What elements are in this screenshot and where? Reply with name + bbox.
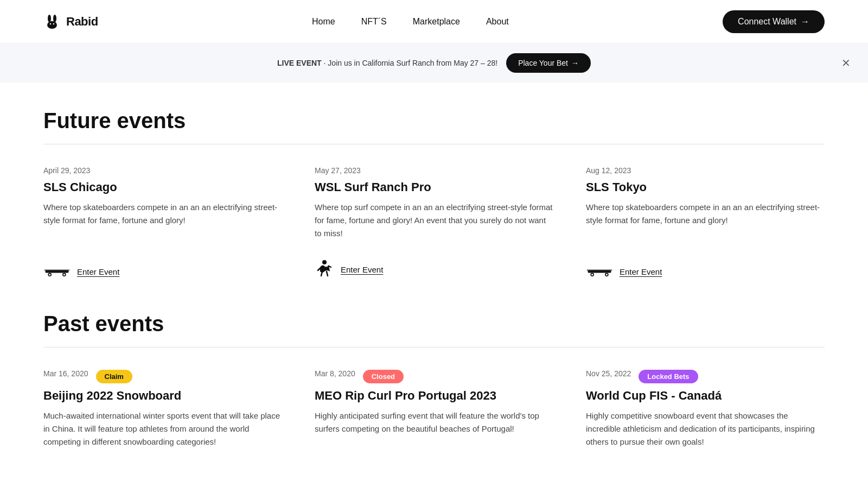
svg-point-1 [48,15,51,22]
future-event-card: April 29, 2023 SLS Chicago Where top ska… [43,166,282,279]
live-event-banner: LIVE EVENT · Join us in California Surf … [0,43,868,83]
connect-wallet-button[interactable]: Connect Wallet → [723,10,825,33]
event-desc: Where top surf compete in an an an elect… [315,201,553,240]
future-event-card: Aug 12, 2023 SLS Tokyo Where top skatebo… [586,166,825,279]
svg-point-12 [322,260,327,264]
enter-event-label: Enter Event [341,265,383,274]
future-events-divider [43,144,825,144]
event-desc: Highly competitive snowboard event that … [586,409,825,448]
status-badge: Claim [96,370,132,383]
past-event-card: Mar 8, 2020 Closed MEO Rip Curl Pro Port… [315,369,553,448]
event-header: Nov 25, 2022 Locked Bets [586,369,825,383]
nav-home[interactable]: Home [312,17,335,27]
svg-rect-14 [587,270,612,271]
svg-point-2 [53,15,56,22]
event-header: Mar 16, 2020 Claim [43,369,282,383]
nav-links: Home NFT´S Marketplace About [312,17,509,27]
event-date: Nov 25, 2022 [586,369,631,378]
event-desc: Where top skateboarders compete in an an… [43,201,282,244]
svg-point-4 [50,23,51,24]
event-title: SLS Tokyo [586,180,825,194]
past-event-card: Mar 16, 2020 Claim Beijing 2022 Snowboar… [43,369,282,448]
svg-point-11 [63,274,65,275]
svg-point-5 [53,23,54,24]
place-bet-button[interactable]: Place Your Bet → [506,53,591,73]
main-content: Future events April 29, 2023 SLS Chicago… [0,83,868,492]
event-date: April 29, 2023 [43,166,282,175]
enter-event-link[interactable]: Enter Event [43,264,282,279]
skateboard-icon [43,264,71,279]
svg-point-17 [591,274,593,275]
event-header: Mar 8, 2020 Closed [315,369,553,383]
event-desc: Highly anticipated surfing event that wi… [315,409,553,448]
event-title: WSL Surf Ranch Pro [315,180,553,194]
future-events-grid: April 29, 2023 SLS Chicago Where top ska… [43,166,825,279]
event-desc: Where top skateboarders compete in an an… [586,201,825,244]
logo-link[interactable]: Rabid [43,13,98,30]
nav-nfts[interactable]: NFT´S [361,17,387,27]
svg-point-10 [49,274,50,275]
event-desc: Much-awaited international winter sports… [43,409,282,448]
enter-event-link[interactable]: Enter Event [586,264,825,279]
event-date: Mar 8, 2020 [315,369,355,378]
future-events-title: Future events [43,109,825,133]
nav-about[interactable]: About [486,17,509,27]
svg-rect-13 [588,270,611,273]
logo-text: Rabid [66,15,98,29]
event-title: Beijing 2022 Snowboard [43,389,282,403]
enter-event-label: Enter Event [77,267,119,276]
logo-icon [43,13,61,30]
status-badge: Closed [363,370,404,383]
past-event-card: Nov 25, 2022 Locked Bets World Cup FIS -… [586,369,825,448]
enter-event-link[interactable]: Enter Event [315,260,553,279]
past-events-section: Past events Mar 16, 2020 Claim Beijing 2… [43,312,825,448]
event-date: Mar 16, 2020 [43,369,88,378]
banner-close-button[interactable]: ✕ [841,56,851,69]
event-title: MEO Rip Curl Pro Portugal 2023 [315,389,553,403]
event-title: SLS Chicago [43,180,282,194]
navbar: Rabid Home NFT´S Marketplace About Conne… [0,0,868,43]
svg-rect-7 [44,270,70,271]
enter-event-label: Enter Event [620,267,662,276]
event-date: Aug 12, 2023 [586,166,825,175]
event-title: World Cup FIS - Canadá [586,389,825,403]
past-events-title: Past events [43,312,825,336]
past-events-grid: Mar 16, 2020 Claim Beijing 2022 Snowboar… [43,369,825,448]
status-badge: Locked Bets [639,370,698,383]
banner-text: LIVE EVENT · Join us in California Surf … [277,59,497,67]
past-events-divider [43,347,825,347]
surfer-icon [315,260,334,279]
skateboard-icon [586,264,613,279]
svg-point-18 [606,274,608,275]
nav-marketplace[interactable]: Marketplace [413,17,460,27]
event-date: May 27, 2023 [315,166,553,175]
future-event-card: May 27, 2023 WSL Surf Ranch Pro Where to… [315,166,553,279]
svg-rect-6 [45,270,68,273]
